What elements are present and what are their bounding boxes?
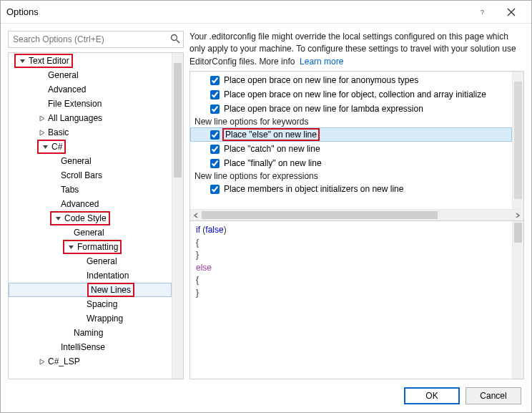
tree-tabs[interactable]: Tabs xyxy=(9,183,172,197)
info-text: Your .editorconfig file might override t… xyxy=(189,31,524,68)
tree-formatting-general[interactable]: General xyxy=(9,254,172,268)
tree-formatting[interactable]: Formatting xyxy=(9,240,172,254)
tree-scrollbar[interactable] xyxy=(172,53,183,379)
tree-advanced[interactable]: Advanced xyxy=(9,82,172,97)
search-icon xyxy=(170,34,180,46)
scroll-left-icon[interactable] xyxy=(190,210,202,221)
opt-brace-lambda[interactable]: Place open brace on new line for lambda … xyxy=(190,102,512,116)
checkbox[interactable] xyxy=(210,76,220,85)
tree-intellisense[interactable]: IntelliSense xyxy=(9,340,172,354)
help-button[interactable]: ? xyxy=(468,1,497,23)
svg-text:?: ? xyxy=(481,9,484,16)
scroll-right-icon[interactable] xyxy=(512,210,523,221)
window-title: Options xyxy=(6,6,468,17)
tree-csharp-lsp[interactable]: C#_LSP xyxy=(9,354,172,369)
tree-csharp[interactable]: C# xyxy=(9,140,172,154)
cancel-button[interactable]: Cancel xyxy=(466,387,521,404)
tree-indentation[interactable]: Indentation xyxy=(9,268,172,283)
tree-codestyle-general[interactable]: General xyxy=(9,225,172,240)
tree-all-languages[interactable]: All Languages xyxy=(9,111,172,125)
opt-brace-object[interactable]: Place open brace on new line for object,… xyxy=(190,87,512,102)
left-pane: Text Editor General Advanced File Extens… xyxy=(8,31,184,379)
options-vscrollbar[interactable] xyxy=(512,72,523,209)
tree-naming[interactable]: Naming xyxy=(9,326,172,340)
chevron-down-icon xyxy=(41,142,49,151)
chevron-right-icon xyxy=(37,128,46,137)
chevron-right-icon xyxy=(37,114,46,122)
right-pane: Your .editorconfig file might override t… xyxy=(189,31,524,379)
options-hscrollbar[interactable] xyxy=(190,209,523,220)
opt-else-newline[interactable]: Place "else" on new line xyxy=(190,127,512,142)
tree-code-style[interactable]: Code Style xyxy=(9,211,172,225)
tree-csharp-advanced[interactable]: Advanced xyxy=(9,197,172,211)
checkbox[interactable] xyxy=(210,159,220,168)
checkbox[interactable] xyxy=(210,185,220,194)
chevron-down-icon xyxy=(18,57,26,65)
preview-scrollbar[interactable] xyxy=(512,221,523,379)
tree-general[interactable]: General xyxy=(9,68,172,82)
tree-text-editor[interactable]: Text Editor xyxy=(9,54,172,68)
opt-finally-newline[interactable]: Place "finally" on new line xyxy=(190,156,512,170)
ok-button[interactable]: OK xyxy=(404,387,460,404)
tree-file-extension[interactable]: File Extension xyxy=(9,97,172,111)
dialog-footer: OK Cancel xyxy=(1,379,531,412)
tree-csharp-general[interactable]: General xyxy=(9,154,172,168)
tree-wrapping[interactable]: Wrapping xyxy=(9,311,172,326)
tree-spacing[interactable]: Spacing xyxy=(9,297,172,311)
chevron-down-icon xyxy=(66,243,75,251)
checkbox[interactable] xyxy=(210,130,220,140)
checkbox[interactable] xyxy=(210,90,220,99)
svg-point-1 xyxy=(172,35,177,41)
group-keywords: New line options for keywords xyxy=(190,116,512,127)
opt-catch-newline[interactable]: Place "catch" on new line xyxy=(190,142,512,156)
opt-members-newline[interactable]: Place members in object initializers on … xyxy=(190,182,512,196)
learn-more-link[interactable]: Learn more xyxy=(300,57,343,67)
code-preview: if (false) { } else { } xyxy=(190,221,512,379)
tree-basic[interactable]: Basic xyxy=(9,125,172,140)
search-input[interactable] xyxy=(8,31,184,48)
tree-scroll-bars[interactable]: Scroll Bars xyxy=(9,168,172,183)
group-expressions: New line options for expressions xyxy=(190,170,512,182)
checkbox[interactable] xyxy=(210,145,220,154)
checkbox[interactable] xyxy=(210,105,220,114)
tree-new-lines[interactable]: New Lines xyxy=(9,283,172,297)
titlebar: Options ? xyxy=(1,1,531,24)
chevron-right-icon xyxy=(37,357,46,366)
chevron-down-icon xyxy=(54,214,62,223)
close-button[interactable] xyxy=(497,1,526,23)
opt-brace-anonymous[interactable]: Place open brace on new line for anonymo… xyxy=(190,73,512,87)
options-tree[interactable]: Text Editor General Advanced File Extens… xyxy=(9,53,172,379)
